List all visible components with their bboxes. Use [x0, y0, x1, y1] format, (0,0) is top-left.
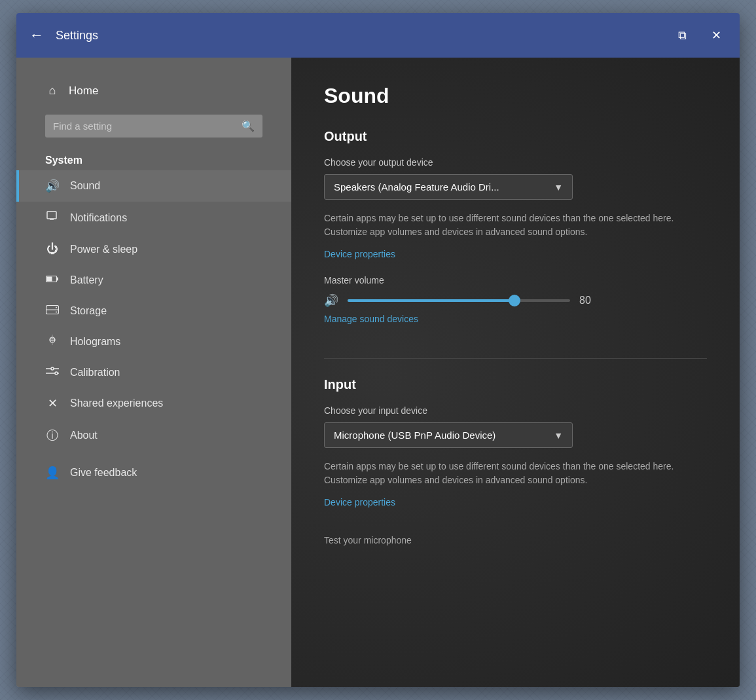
output-desc: Certain apps may be set up to use differ… — [324, 212, 691, 239]
slider-fill — [348, 299, 514, 302]
calibration-icon — [45, 365, 60, 379]
input-device-properties-link[interactable]: Device properties — [324, 497, 395, 507]
input-device-label: Choose your input device — [324, 405, 707, 416]
section-divider — [324, 358, 707, 359]
input-device-value: Microphone (USB PnP Audio Device) — [334, 430, 495, 441]
nav-label-battery: Battery — [70, 274, 103, 286]
sidebar-item-power-sleep[interactable]: ⏻ Power & sleep — [16, 234, 291, 265]
sidebar-item-calibration[interactable]: Calibration — [16, 357, 291, 388]
give-feedback-label: Give feedback — [70, 467, 137, 479]
nav-label-sound: Sound — [70, 180, 100, 192]
svg-rect-3 — [47, 277, 52, 282]
storage-icon — [45, 304, 60, 318]
svg-rect-4 — [57, 278, 59, 281]
svg-point-7 — [56, 307, 57, 308]
battery-icon — [45, 273, 60, 287]
sound-icon: 🔊 — [45, 179, 60, 193]
search-input[interactable] — [53, 120, 236, 132]
home-label: Home — [69, 84, 98, 98]
dropdown-arrow-icon: ▼ — [554, 182, 563, 193]
output-section-title: Output — [324, 129, 707, 144]
holograms-icon — [45, 335, 60, 348]
system-label: System — [16, 148, 291, 170]
sidebar: ⌂ Home 🔍 System 🔊 Sound — [16, 58, 291, 687]
give-feedback-button[interactable]: 👤 Give feedback — [16, 457, 291, 488]
sidebar-item-sound[interactable]: 🔊 Sound — [16, 170, 291, 202]
close-button[interactable]: ✕ — [706, 25, 727, 46]
svg-point-13 — [51, 367, 54, 370]
volume-value: 80 — [579, 295, 599, 306]
manage-sound-devices-link[interactable]: Manage sound devices — [324, 314, 418, 324]
nav-label-holograms: Holograms — [70, 336, 120, 348]
window-title: Settings — [56, 29, 672, 43]
sidebar-item-about[interactable]: ⓘ About — [16, 419, 291, 452]
volume-slider-row: 🔊 80 — [324, 293, 707, 308]
sidebar-item-storage[interactable]: Storage — [16, 295, 291, 326]
search-icon[interactable]: 🔍 — [242, 120, 255, 132]
sidebar-item-holograms[interactable]: Holograms — [16, 326, 291, 357]
nav-label-calibration: Calibration — [70, 367, 120, 378]
content-area: Sound Output Choose your output device S… — [291, 58, 740, 687]
about-icon: ⓘ — [45, 428, 60, 443]
dropdown-arrow-input-icon: ▼ — [554, 430, 563, 441]
nav-label-about: About — [70, 430, 98, 441]
svg-point-16 — [55, 372, 58, 375]
search-box: 🔍 — [45, 115, 262, 138]
main-area: ⌂ Home 🔍 System 🔊 Sound — [16, 58, 740, 687]
nav-label-shared-experiences: Shared experiences — [70, 397, 163, 409]
test-mic-label: Test your microphone — [324, 535, 707, 545]
shared-experiences-icon: ✕ — [45, 396, 60, 411]
feedback-icon: 👤 — [45, 466, 60, 480]
output-device-properties-link[interactable]: Device properties — [324, 249, 395, 259]
power-icon: ⏻ — [45, 242, 60, 256]
output-device-label: Choose your output device — [324, 157, 707, 168]
page-title: Sound — [324, 84, 707, 108]
svg-rect-0 — [47, 212, 56, 219]
titlebar-controls: ⧉ ✕ — [672, 25, 727, 46]
output-device-value: Speakers (Analog Feature Audio Dri... — [334, 181, 499, 193]
home-icon: ⌂ — [45, 84, 60, 98]
restore-button[interactable]: ⧉ — [672, 25, 693, 46]
volume-slider[interactable] — [348, 299, 570, 302]
slider-thumb[interactable] — [509, 295, 520, 306]
nav-label-storage: Storage — [70, 305, 107, 317]
sidebar-item-home[interactable]: ⌂ Home — [16, 77, 291, 104]
svg-point-8 — [56, 312, 57, 313]
back-button[interactable]: ← — [29, 27, 44, 44]
sidebar-item-notifications[interactable]: Notifications — [16, 202, 291, 234]
input-section-title: Input — [324, 377, 707, 392]
sidebar-item-shared-experiences[interactable]: ✕ Shared experiences — [16, 388, 291, 419]
nav-label-power: Power & sleep — [70, 244, 137, 255]
sidebar-item-battery[interactable]: Battery — [16, 265, 291, 295]
titlebar: ← Settings ⧉ ✕ — [16, 13, 740, 58]
volume-icon: 🔊 — [324, 293, 338, 308]
notifications-icon — [45, 210, 60, 225]
output-device-dropdown[interactable]: Speakers (Analog Feature Audio Dri... ▼ — [324, 174, 573, 200]
input-device-dropdown[interactable]: Microphone (USB PnP Audio Device) ▼ — [324, 422, 573, 448]
master-volume-label: Master volume — [324, 275, 707, 286]
settings-window: ← Settings ⧉ ✕ ⌂ Home 🔍 System 🔊 Sound — [16, 13, 740, 687]
input-desc: Certain apps may be set up to use differ… — [324, 460, 691, 487]
nav-label-notifications: Notifications — [70, 212, 127, 224]
